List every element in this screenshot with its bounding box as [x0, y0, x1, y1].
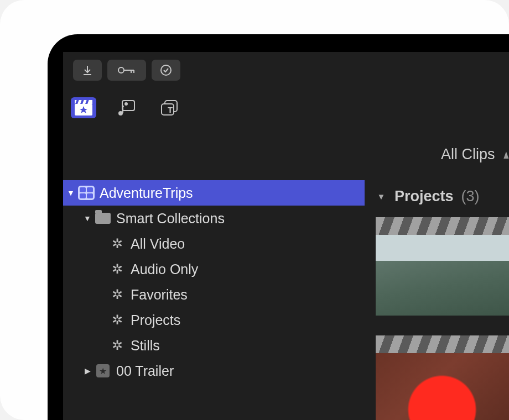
clip-filter-popup[interactable]: All Clips ▲▼	[441, 146, 509, 163]
browser-section-title: Projects	[394, 188, 454, 205]
library-row[interactable]: ▼ AdventureTrips	[63, 180, 365, 206]
event-row[interactable]: ▶ ★ 00 Trailer	[63, 358, 365, 384]
titles-icon: T	[160, 99, 180, 117]
filmstrip-chevron-icon	[376, 217, 509, 235]
svg-rect-8	[122, 101, 134, 111]
project-thumbnail	[376, 353, 509, 420]
smart-collection-row[interactable]: ✲ All Video	[63, 231, 365, 256]
smart-collection-row[interactable]: ✲ Favorites	[63, 282, 365, 307]
project-clip[interactable]	[376, 217, 509, 316]
clapperboard-star-icon	[74, 99, 93, 116]
media-note-icon	[117, 99, 137, 117]
folder-icon	[93, 213, 113, 224]
browser-section-count: (3)	[461, 188, 480, 205]
smart-collections-label: Smart Collections	[113, 211, 225, 227]
library-name-label: AdventureTrips	[96, 185, 193, 201]
disclosure-triangle-icon[interactable]: ▼	[376, 192, 387, 201]
gear-icon: ✲	[107, 313, 127, 327]
gear-icon: ✲	[107, 288, 127, 301]
svg-text:T: T	[168, 105, 173, 114]
event-name-label: 00 Trailer	[113, 363, 174, 379]
titles-generators-mode-button[interactable]: T	[157, 97, 183, 118]
smart-collection-row[interactable]: ✲ Audio Only	[63, 256, 365, 282]
disclosure-triangle-icon[interactable]: ▶	[82, 366, 93, 375]
svg-point-9	[125, 103, 127, 105]
filmstrip-chevron-icon	[376, 335, 509, 353]
smart-collection-label: All Video	[127, 236, 185, 252]
smart-collection-row[interactable]: ✲ Projects	[63, 307, 365, 333]
smart-collection-label: Favorites	[127, 287, 188, 303]
library-mode-button[interactable]	[71, 97, 96, 118]
browser-controls: All Clips ▲▼	[441, 146, 509, 163]
popup-arrows-icon: ▲▼	[502, 148, 509, 162]
keyword-editor-button[interactable]	[107, 60, 146, 81]
background-tasks-button[interactable]	[152, 60, 180, 81]
browser-pane: ▼ Projects (3)	[365, 180, 509, 420]
gear-icon: ✲	[107, 262, 127, 276]
smart-collection-label: Projects	[127, 312, 180, 328]
photos-audio-mode-button[interactable]	[114, 97, 139, 118]
library-icon	[76, 186, 96, 200]
disclosure-triangle-icon[interactable]: ▼	[65, 188, 76, 197]
smart-collection-row[interactable]: ✲ Stills	[63, 333, 365, 358]
svg-point-0	[118, 67, 124, 73]
project-thumbnail	[376, 235, 509, 316]
import-button[interactable]	[73, 60, 102, 81]
smart-collections-folder-row[interactable]: ▼ Smart Collections	[63, 206, 365, 231]
gear-icon: ✲	[107, 237, 127, 250]
browser-header[interactable]: ▼ Projects (3)	[365, 180, 509, 217]
clip-filter-label: All Clips	[441, 146, 495, 163]
smart-collection-label: Stills	[127, 338, 160, 354]
smart-collection-label: Audio Only	[127, 261, 198, 277]
library-sidebar: ▼ AdventureTrips ▼ Smart Collections ✲ A…	[63, 180, 365, 384]
title-toolbar	[63, 52, 509, 81]
project-clip[interactable]	[376, 335, 509, 420]
app-screen: T All Clips ▲▼ ▼ Adventur	[63, 52, 509, 420]
gear-icon: ✲	[107, 339, 127, 352]
disclosure-triangle-icon[interactable]: ▼	[82, 214, 93, 223]
svg-point-1	[161, 65, 171, 75]
sidebar-mode-row: T	[63, 81, 509, 127]
svg-point-10	[118, 111, 123, 116]
event-icon: ★	[93, 364, 113, 377]
